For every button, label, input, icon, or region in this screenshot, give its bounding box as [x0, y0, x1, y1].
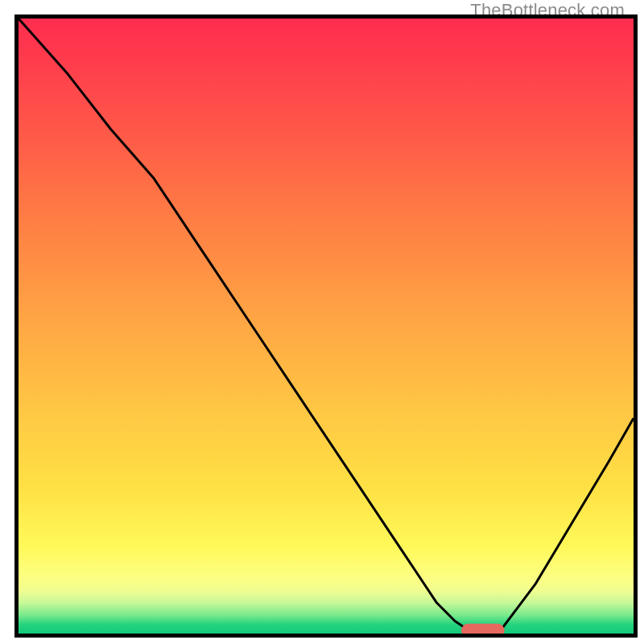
- optimum-marker: [461, 624, 505, 638]
- curve-layer: [19, 19, 634, 634]
- bottleneck-curve: [19, 19, 634, 634]
- chart-container: TheBottleneck.com: [0, 0, 644, 644]
- plot-area: [14, 14, 638, 638]
